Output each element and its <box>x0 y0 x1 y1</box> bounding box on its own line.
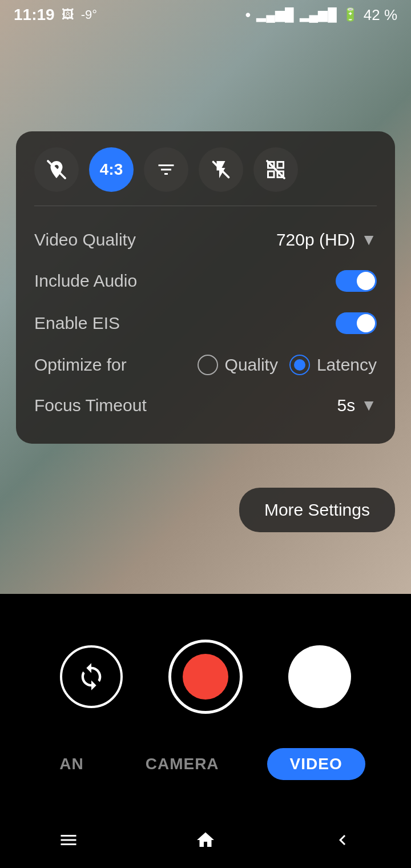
battery-percent: 42 % <box>364 6 397 24</box>
divider <box>34 206 377 206</box>
temperature-text: -9° <box>81 7 97 22</box>
video-quality-text: 720p (HD) <box>276 230 355 250</box>
more-settings-button[interactable]: More Settings <box>239 488 395 532</box>
video-quality-value[interactable]: 720p (HD) ▼ <box>276 230 377 250</box>
flash-off-button[interactable] <box>199 147 243 192</box>
nav-bar <box>0 817 411 868</box>
dropdown-arrow-timeout: ▼ <box>361 396 377 415</box>
record-outer-ring <box>168 640 243 714</box>
focus-timeout-row: Focus Timeout 5s ▼ <box>34 385 377 425</box>
status-time: 11:19 <box>14 6 55 24</box>
location-off-icon <box>46 159 67 180</box>
grid-off-icon <box>265 159 286 180</box>
focus-timeout-label: Focus Timeout <box>34 396 147 415</box>
aspect-ratio-label: 4:3 <box>100 160 123 179</box>
record-button[interactable] <box>168 640 243 714</box>
enable-eis-knob <box>357 314 375 332</box>
home-button[interactable] <box>178 824 233 861</box>
latency-option[interactable]: Latency <box>289 355 377 375</box>
filter-button[interactable] <box>144 147 188 192</box>
dot-indicator: • <box>245 6 251 24</box>
include-audio-label: Include Audio <box>34 271 137 291</box>
focus-timeout-text: 5s <box>337 396 356 415</box>
photo-button[interactable] <box>288 645 351 708</box>
quality-radio[interactable] <box>198 355 218 375</box>
svg-rect-3 <box>277 162 284 168</box>
video-quality-label: Video Quality <box>34 230 136 250</box>
signal-icon: ▂▄▆█ <box>256 7 293 22</box>
icon-row: 4:3 <box>34 147 377 192</box>
location-off-button[interactable] <box>34 147 79 192</box>
signal-icon-2: ▂▄▆█ <box>300 7 337 22</box>
optimize-for-row: Optimize for Quality Latency <box>34 344 377 385</box>
latency-label: Latency <box>317 355 377 375</box>
filter-icon <box>156 159 176 180</box>
enable-eis-toggle[interactable] <box>336 312 377 334</box>
battery-icon: 🔋 <box>342 7 358 22</box>
flip-camera-icon <box>76 662 106 692</box>
quality-option[interactable]: Quality <box>198 355 278 375</box>
optimize-for-label: Optimize for <box>34 355 127 375</box>
camera-tab[interactable]: CAMERA <box>132 748 233 780</box>
include-audio-toggle[interactable] <box>336 270 377 292</box>
back-icon <box>332 830 353 850</box>
optimize-radio-group: Quality Latency <box>198 355 377 375</box>
menu-button[interactable] <box>41 824 96 861</box>
svg-rect-4 <box>268 171 275 178</box>
mode-tabs: AN CAMERA VIDEO <box>0 748 411 780</box>
latency-radio-fill <box>294 359 305 371</box>
photo-shutter <box>288 645 351 708</box>
record-inner-dot <box>183 654 228 700</box>
aspect-ratio-button[interactable]: 4:3 <box>89 147 134 192</box>
notification-icon: 🖼 <box>62 7 74 22</box>
enable-eis-label: Enable EIS <box>34 314 120 333</box>
grid-off-button[interactable] <box>253 147 298 192</box>
include-audio-knob <box>357 272 375 290</box>
dropdown-arrow-quality: ▼ <box>361 231 377 249</box>
controls-row <box>0 594 411 714</box>
latency-radio[interactable] <box>289 355 310 375</box>
quality-label: Quality <box>225 355 278 375</box>
status-bar: 11:19 🖼 -9° • ▂▄▆█ ▂▄▆█ 🔋 42 % <box>0 0 411 30</box>
flash-off-icon <box>211 159 231 180</box>
menu-icon <box>58 830 79 850</box>
home-icon <box>195 830 216 850</box>
video-tab[interactable]: VIDEO <box>267 748 365 780</box>
focus-timeout-value[interactable]: 5s ▼ <box>337 396 377 415</box>
include-audio-row: Include Audio <box>34 260 377 302</box>
svg-line-6 <box>267 161 284 178</box>
enable-eis-row: Enable EIS <box>34 302 377 344</box>
back-button[interactable] <box>315 824 370 861</box>
video-quality-row: Video Quality 720p (HD) ▼ <box>34 220 377 260</box>
settings-panel: 4:3 Video Quali <box>16 131 395 444</box>
scan-tab[interactable]: AN <box>46 748 97 780</box>
flip-camera-button[interactable] <box>60 645 123 708</box>
